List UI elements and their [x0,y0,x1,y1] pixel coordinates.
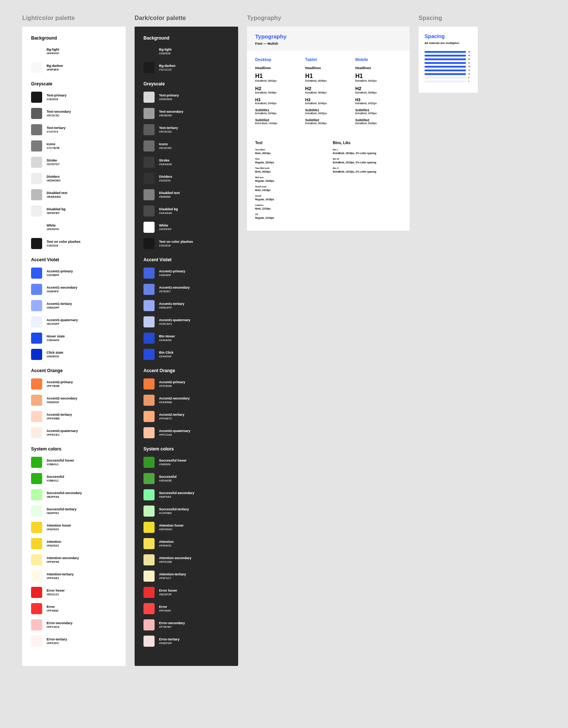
swatch-name: Accent1-tertiary [159,302,185,306]
headline-meta: ExtraBold, 20/28px [305,122,351,125]
palette-section: BackgroundBg-light#FFFFFFBg-darken#F8F8F… [31,35,117,73]
swatch-hex: #002ED0 [47,401,77,404]
headline-sample: H2ExtraBold, 40/48px [305,86,351,94]
swatch-row: Accent2-tertiary#FFD5BE [31,411,117,422]
swatch-name: Disabled text [47,191,67,195]
swatch-hex: #ED2121 [47,593,65,596]
swatch-row: Error-secondary#F7B7B7 [143,619,229,630]
swatch-row: Text-primary#181818 [31,92,117,103]
color-swatch [143,473,155,484]
spacing-row: 24 [425,62,472,64]
swatch-name: Error-secondary [47,621,72,625]
headline-meta: ExtraBold, 20/28px [355,122,402,125]
headline-text: H1 [355,73,402,79]
swatch-hex: #FF7B3B [47,384,73,388]
color-swatch [143,411,155,422]
headline-meta: ExtraBold, 36/42px [255,79,301,82]
swatch-hex: #FF3030 [47,609,58,612]
swatch-name: Attention-secondary [159,556,192,560]
device-heading: Desktop [255,57,301,62]
section-heading: Background [143,35,229,41]
type-sample: Small boldBold, 14/18px [255,186,324,192]
color-swatch [143,205,155,217]
swatch-name: Successful-secondary [47,491,82,495]
swatch-hex: #747474 [47,130,65,133]
headline-text: Subtitle1 [355,108,402,112]
swatch-row: Attention-tertiary#FFFAE1 [31,571,117,582]
swatch-name: Attention-tertiary [47,572,74,576]
swatch-hex: #7C7B7B [47,146,60,150]
swatch-name: Accent2-secondary [47,397,77,400]
color-swatch [31,636,42,647]
type-label: Small [255,195,324,197]
swatch-hex: #FFC0C0 [47,625,72,629]
headline-meta: ExtraBold, 22/30px [355,112,402,115]
swatch-row: Accent2-secondary#002ED0 [31,395,117,406]
swatch-name: Attention [47,540,61,544]
typo-device-column: DesktopHeadlinesH1ExtraBold, 36/42pxH2Ex… [255,57,301,128]
swatch-row: Accent1-primary#4264DF [143,268,229,279]
color-swatch [143,46,155,57]
headline-sample: H2ExtraBold, 44/48px [255,86,301,94]
color-swatch [143,395,155,406]
swatch-hex: #F6D523 [47,528,71,531]
swatch-name: Bg-light [159,48,172,51]
spacing-card: Spacing All indents are multiples: 60403… [419,27,478,93]
color-swatch [143,62,155,73]
swatch-name: Bg-darken [47,64,63,68]
swatch-row: Successful-tertiary#E6FFE2 [31,506,117,517]
spacing-row: 32 [425,58,472,60]
swatch-hex: #6C6C6C [159,146,172,150]
typo-device-column: MobileHeadlinesH1ExtraBold, 34/42pxH2Ext… [355,57,402,128]
swatch-name: Bg-darken [159,64,176,68]
swatch-hex: #F9F1C7 [159,576,186,580]
swatch-row: Accent2-quaternary#FFECE1 [31,427,117,438]
color-swatch [31,222,42,233]
swatch-hex: #1B4AF0 [47,339,65,342]
headline-text: H1 [305,73,351,79]
swatch-row: Error-tertiary#FFF2F2 [31,636,117,647]
swatch-hex: #FFFFFF [159,228,172,231]
swatch-row: Bg-darken#F8F8F8 [31,62,117,73]
swatch-hex: #EA996B [159,401,190,404]
spacing-row: 40 [425,54,472,57]
swatch-hex: #FFC2A0 [159,433,190,436]
spacing-bar [425,55,466,57]
color-swatch [143,333,155,344]
headline-text: H2 [355,86,402,91]
swatch-row: White#FFFFFF [143,222,229,233]
swatch-name: Icons [159,142,172,146]
swatch-name: Attention-tertiary [159,572,186,576]
swatch-name: Disabled text [159,191,180,195]
color-swatch [143,538,155,549]
swatch-hex: #28B411 [47,479,64,482]
color-swatch [143,554,155,565]
headline-meta: Extra Bold, 14/18px [255,122,301,125]
swatch-row: Dividers#323232 [143,173,229,184]
swatch-hex: #EFEFEF [47,211,65,215]
swatch-name: Attention [159,540,174,544]
swatch-row: Attention hover#EFDD2C [143,522,229,533]
typography-title: Typography [255,33,402,40]
swatch-row: Attention-tertiary#F9F1C7 [143,571,229,582]
swatch-row: Disabled text#808080 [143,189,229,200]
swatch-hex: #4A4A4A [159,211,178,215]
color-swatch [31,473,42,484]
swatch-row: Successful hover#369926 [143,457,229,468]
spacing-value: 24 [468,62,472,64]
swatch-hex: #244AD0 [159,339,175,342]
swatch-name: Attention hover [159,524,184,527]
swatch-name: Accent2-primary [47,380,73,384]
swatch-name: Successful-tertiary [47,507,77,511]
swatch-hex: #FFF2F2 [47,642,67,645]
swatch-hex: #D7D7D7 [47,163,60,166]
headlines-label: Headlines [305,66,351,70]
spacing-row: 12 [425,73,472,75]
swatch-name: Accent1-quaternary [159,318,190,322]
swatch-hex: #80F9A5 [159,495,195,499]
headline-meta: ExtraBold, 44/48px [255,91,301,94]
color-swatch [31,395,42,406]
swatch-name: Accent1-quaternary [47,318,78,322]
headline-sample: Subtitle2ExtraBold, 20/28px [355,118,402,125]
swatch-hex: #6284FD [47,290,77,293]
